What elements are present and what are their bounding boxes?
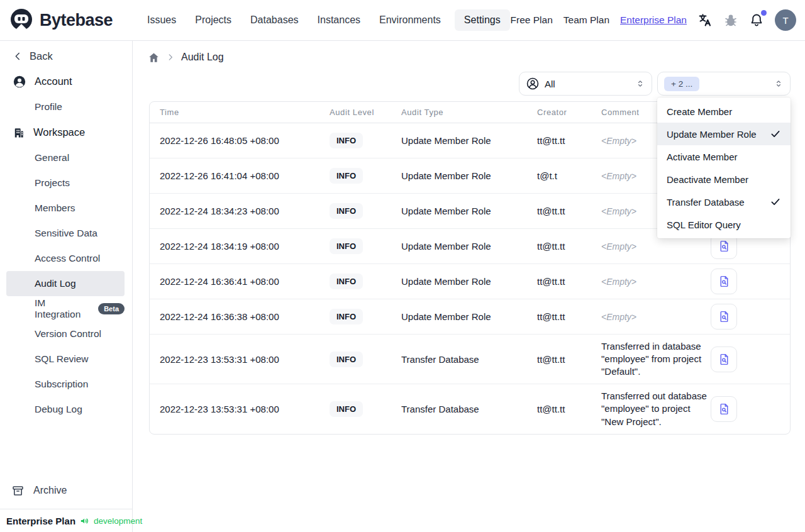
sidebar-item-debug-log[interactable]: Debug Log	[6, 397, 125, 422]
archive-label: Archive	[33, 485, 67, 496]
nav-link-databases[interactable]: Databases	[245, 9, 304, 31]
account-section-label: Account	[35, 75, 72, 87]
back-button[interactable]: Back	[0, 43, 132, 69]
row-time: 2022-12-26 16:48:05 +08:00	[150, 135, 330, 146]
row-audit-type: Update Member Role	[401, 135, 537, 146]
creator-filter-select[interactable]: All	[519, 72, 652, 96]
column-header-audit-level: Audit Level	[330, 108, 401, 117]
user-circle-icon	[13, 75, 26, 89]
bell-icon[interactable]	[749, 13, 764, 28]
chevrons-updown-icon	[635, 79, 645, 89]
audit-type-filter-value: + 2 ...	[664, 77, 699, 91]
current-plan-label: Enterprise Plan	[6, 516, 75, 526]
sidebar-item-projects[interactable]: Projects	[6, 170, 125, 196]
brand-wordmark: Bytebase	[40, 11, 113, 30]
creator-filter-value: All	[545, 79, 630, 89]
menu-item-deactivate-member[interactable]: Deactivate Member	[657, 168, 791, 191]
table-row: 2022-12-23 13:53:31 +08:00 INFO Transfer…	[150, 384, 790, 434]
menu-item-label: SQL Editor Query	[667, 219, 741, 230]
row-audit-type: Transfer Database	[401, 404, 537, 414]
beta-badge: Beta	[98, 303, 125, 314]
translate-icon[interactable]	[697, 13, 713, 28]
view-detail-button[interactable]	[711, 396, 737, 422]
row-time: 2022-12-23 13:53:31 +08:00	[150, 354, 330, 365]
filter-bar: All + 2 ...	[149, 72, 791, 96]
user-avatar[interactable]: T	[775, 9, 796, 31]
breadcrumb-current: Audit Log	[181, 52, 224, 63]
audit-level-badge: INFO	[330, 309, 363, 324]
chevron-left-icon	[13, 51, 23, 62]
chevron-right-icon	[166, 53, 175, 62]
audit-type-filter-select[interactable]: + 2 ...	[657, 72, 791, 96]
audit-level-badge: INFO	[330, 274, 363, 289]
menu-item-create-member[interactable]: Create Member	[657, 100, 791, 123]
sidebar-item-audit-log[interactable]: Audit Log	[6, 271, 125, 296]
archive-button[interactable]: Archive	[0, 477, 132, 504]
row-creator: tt@tt.tt	[537, 276, 601, 287]
sidebar-item-general[interactable]: General	[6, 145, 125, 170]
sidebar-item-members[interactable]: Members	[6, 196, 125, 221]
person-circle-icon	[526, 77, 540, 91]
row-comment: Transferred in database "employee" from …	[601, 335, 707, 384]
row-creator: tt@tt.tt	[537, 311, 601, 322]
bytebase-logo-icon	[9, 8, 34, 33]
team-plan-link[interactable]: Team Plan	[564, 14, 609, 26]
sidebar-item-sql-review[interactable]: SQL Review	[6, 346, 125, 372]
nav-link-projects[interactable]: Projects	[190, 9, 236, 31]
audit-level-badge: INFO	[330, 168, 363, 184]
sidebar-item-version-control[interactable]: Version Control	[6, 321, 125, 346]
row-creator: tt@tt.tt	[537, 241, 601, 252]
audit-level-badge: INFO	[330, 401, 363, 417]
sidebar-item-im-integration[interactable]: IM Integration Beta	[6, 296, 125, 321]
row-comment: <Empty>	[601, 277, 711, 287]
notification-dot	[761, 10, 767, 16]
sidebar-footer: Enterprise Plan development	[0, 509, 132, 532]
row-audit-type: Update Member Role	[401, 241, 537, 252]
column-header-creator: Creator	[537, 108, 601, 117]
checkmark-icon	[770, 196, 781, 208]
row-time: 2022-12-24 18:34:23 +08:00	[150, 206, 330, 216]
sidebar-item-sensitive-data[interactable]: Sensitive Data	[6, 221, 125, 246]
row-creator: t@t.t	[537, 170, 601, 181]
back-label: Back	[30, 50, 53, 62]
view-detail-button[interactable]	[711, 269, 737, 294]
speaker-icon	[79, 516, 90, 526]
row-time: 2022-12-24 16:36:41 +08:00	[150, 276, 330, 287]
table-row: 2022-12-23 13:53:31 +08:00 INFO Transfer…	[150, 335, 790, 384]
bug-icon[interactable]	[723, 13, 738, 28]
sidebar-section-account: Account	[0, 69, 132, 94]
view-detail-button[interactable]	[711, 346, 737, 372]
row-creator: tt@tt.tt	[537, 404, 601, 414]
row-creator: tt@tt.tt	[537, 354, 601, 365]
menu-item-sql-editor-query[interactable]: SQL Editor Query	[657, 213, 791, 236]
sidebar-item-subscription[interactable]: Subscription	[6, 372, 125, 397]
row-time: 2022-12-24 16:36:38 +08:00	[150, 311, 330, 322]
nav-link-settings[interactable]: Settings	[455, 9, 510, 31]
view-detail-button[interactable]	[711, 304, 737, 330]
home-icon[interactable]	[148, 52, 160, 64]
settings-sidebar: Back Account Profile	[0, 41, 133, 532]
enterprise-plan-link[interactable]: Enterprise Plan	[620, 14, 687, 26]
nav-links: Issues Projects Databases Instances Envi…	[142, 9, 510, 31]
menu-item-update-member-role[interactable]: Update Member Role	[657, 123, 791, 145]
sidebar-item-profile[interactable]: Profile	[6, 94, 125, 119]
nav-link-environments[interactable]: Environments	[374, 9, 446, 31]
nav-link-issues[interactable]: Issues	[142, 9, 181, 31]
free-plan-link[interactable]: Free Plan	[511, 14, 553, 26]
column-header-time: Time	[150, 108, 330, 117]
row-audit-type: Update Member Role	[401, 170, 537, 181]
sidebar-item-access-control[interactable]: Access Control	[6, 246, 125, 271]
workspace-section-label: Workspace	[33, 126, 85, 138]
nav-link-instances[interactable]: Instances	[313, 9, 365, 31]
menu-item-label: Deactivate Member	[667, 174, 748, 185]
row-audit-type: Transfer Database	[401, 354, 537, 365]
menu-item-activate-member[interactable]: Activate Member	[657, 145, 791, 168]
building-icon	[13, 126, 25, 139]
chevrons-updown-icon	[774, 79, 784, 89]
bytebase-logo[interactable]: Bytebase	[9, 8, 133, 33]
menu-item-transfer-database[interactable]: Transfer Database	[657, 191, 791, 213]
breadcrumb: Audit Log	[142, 50, 791, 65]
sidebar-section-workspace: Workspace	[0, 119, 132, 145]
menu-item-label: Transfer Database	[667, 197, 745, 208]
row-comment: Transferred out database "employee" to p…	[601, 385, 707, 433]
